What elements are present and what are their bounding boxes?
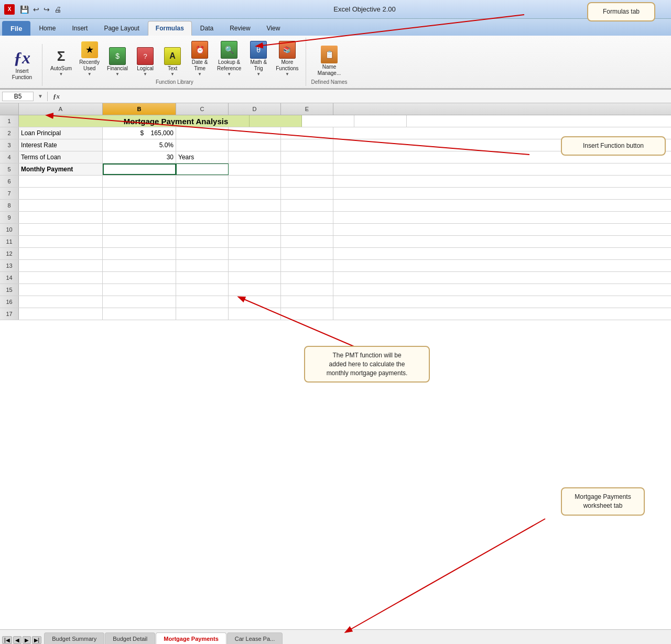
cell-a2[interactable]: Loan Principal [19, 127, 103, 139]
cell-d17[interactable] [229, 308, 281, 320]
cell-d12[interactable] [229, 248, 281, 259]
tab-review[interactable]: Review [222, 21, 258, 36]
more-functions-button[interactable]: 📚 MoreFunctions ▼ [273, 39, 301, 78]
cell-c5[interactable] [176, 163, 229, 175]
tab-home[interactable]: Home [31, 21, 63, 36]
cell-e4[interactable] [281, 151, 333, 163]
formula-expand-button[interactable]: ▼ [36, 93, 45, 99]
cell-d7[interactable] [229, 188, 281, 199]
more-functions-dropdown[interactable]: ▼ [285, 72, 289, 77]
cell-e15[interactable] [281, 284, 333, 296]
cell-a15[interactable] [19, 284, 103, 296]
cell-e14[interactable] [281, 272, 333, 283]
cell-a9[interactable] [19, 212, 103, 223]
save-button[interactable]: 💾 [19, 4, 30, 15]
cell-e1[interactable] [354, 115, 407, 127]
cell-e10[interactable] [281, 224, 333, 235]
cell-b10[interactable] [103, 224, 176, 235]
cell-e2[interactable] [281, 127, 333, 139]
cell-reference-box[interactable] [2, 92, 34, 101]
sheet-tab-budget-detail[interactable]: Budget Detail [105, 632, 155, 644]
cell-e3[interactable] [281, 139, 333, 151]
cell-c1[interactable] [250, 115, 302, 127]
recently-used-dropdown[interactable]: ▼ [88, 72, 92, 77]
autosum-dropdown[interactable]: ▼ [59, 72, 63, 77]
cell-c2[interactable] [176, 127, 229, 139]
sheet-nav-first[interactable]: |◀ [2, 636, 12, 644]
sheet-nav-prev[interactable]: ◀ [13, 636, 21, 644]
cell-c15[interactable] [176, 284, 229, 296]
cell-a1[interactable] [19, 115, 103, 127]
cell-c17[interactable] [176, 308, 229, 320]
cell-a12[interactable] [19, 248, 103, 259]
lookup-reference-dropdown[interactable]: ▼ [227, 72, 231, 77]
date-time-dropdown[interactable]: ▼ [198, 72, 202, 77]
cell-b8[interactable] [103, 200, 176, 211]
cell-b13[interactable] [103, 260, 176, 271]
cell-d5[interactable] [229, 163, 281, 175]
cell-d14[interactable] [229, 272, 281, 283]
sheet-tab-car-lease[interactable]: Car Lease Pa... [227, 632, 283, 644]
col-header-a[interactable]: A [19, 103, 103, 115]
col-header-e[interactable]: E [281, 103, 333, 115]
cell-c3[interactable] [176, 139, 229, 151]
cell-e12[interactable] [281, 248, 333, 259]
cell-b16[interactable] [103, 296, 176, 308]
cell-b3[interactable]: 5.0% [103, 139, 176, 151]
cell-a4[interactable]: Terms of Loan [19, 151, 103, 163]
cell-e7[interactable] [281, 188, 333, 199]
cell-a11[interactable] [19, 236, 103, 247]
print-button[interactable]: 🖨 [53, 4, 62, 15]
cell-b14[interactable] [103, 272, 176, 283]
cell-d11[interactable] [229, 236, 281, 247]
cell-c11[interactable] [176, 236, 229, 247]
sheet-nav-next[interactable]: ▶ [23, 636, 31, 644]
cell-e6[interactable] [281, 176, 333, 187]
date-time-button[interactable]: ⏰ Date &Time ▼ [187, 39, 212, 78]
cell-c9[interactable] [176, 212, 229, 223]
tab-view[interactable]: View [259, 21, 288, 36]
lookup-reference-button[interactable]: 🔍 Lookup &Reference ▼ [214, 39, 244, 78]
name-manager-button[interactable]: 📋 NameManage... [315, 43, 343, 78]
cell-d8[interactable] [229, 200, 281, 211]
col-header-c[interactable]: C [176, 103, 229, 115]
cell-e13[interactable] [281, 260, 333, 271]
sheet-tab-budget-summary[interactable]: Budget Summary [44, 632, 104, 644]
cell-c4[interactable]: Years [176, 151, 229, 163]
tab-data[interactable]: Data [192, 21, 221, 36]
cell-d4[interactable] [229, 151, 281, 163]
cell-b7[interactable] [103, 188, 176, 199]
cell-e11[interactable] [281, 236, 333, 247]
sheet-nav-last[interactable]: ▶| [32, 636, 42, 644]
cell-c16[interactable] [176, 296, 229, 308]
sheet-tab-mortgage-payments[interactable]: Mortgage Payments [156, 632, 226, 644]
col-header-b[interactable]: B [103, 103, 176, 115]
formula-input[interactable] [65, 93, 669, 100]
cell-a5[interactable]: Monthly Payment [19, 163, 103, 175]
math-trig-dropdown[interactable]: ▼ [256, 72, 261, 77]
cell-b1[interactable]: Mortgage Payment Analysis [103, 115, 250, 127]
cell-a16[interactable] [19, 296, 103, 308]
cell-c10[interactable] [176, 224, 229, 235]
cell-a13[interactable] [19, 260, 103, 271]
logical-dropdown[interactable]: ▼ [143, 72, 147, 77]
col-header-d[interactable]: D [229, 103, 281, 115]
logical-button[interactable]: ? Logical ▼ [133, 45, 158, 78]
cell-d10[interactable] [229, 224, 281, 235]
cell-d16[interactable] [229, 296, 281, 308]
cell-a6[interactable] [19, 176, 103, 187]
financial-button[interactable]: $ Financial ▼ [104, 45, 131, 78]
autosum-button[interactable]: Σ AutoSum ▼ [48, 45, 74, 78]
cell-d13[interactable] [229, 260, 281, 271]
cell-a10[interactable] [19, 224, 103, 235]
cell-b5[interactable] [103, 163, 176, 175]
cell-e9[interactable] [281, 212, 333, 223]
cell-d3[interactable] [229, 139, 281, 151]
tab-file[interactable]: File [2, 21, 30, 36]
text-button[interactable]: A Text ▼ [160, 45, 185, 78]
undo-button[interactable]: ↩ [32, 4, 40, 15]
cell-b6[interactable] [103, 176, 176, 187]
cell-e8[interactable] [281, 200, 333, 211]
tab-formulas[interactable]: Formulas [148, 21, 192, 36]
cell-b9[interactable] [103, 212, 176, 223]
